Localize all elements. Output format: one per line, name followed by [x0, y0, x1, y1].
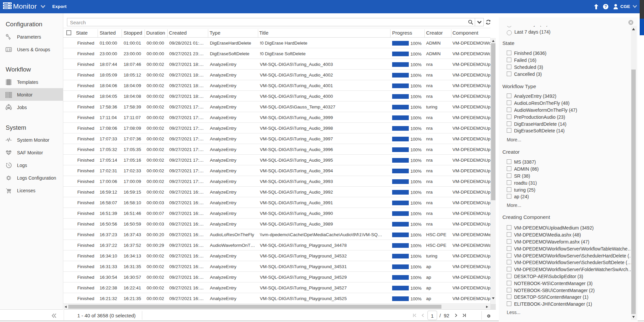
svg-text:?: ? — [604, 4, 607, 9]
